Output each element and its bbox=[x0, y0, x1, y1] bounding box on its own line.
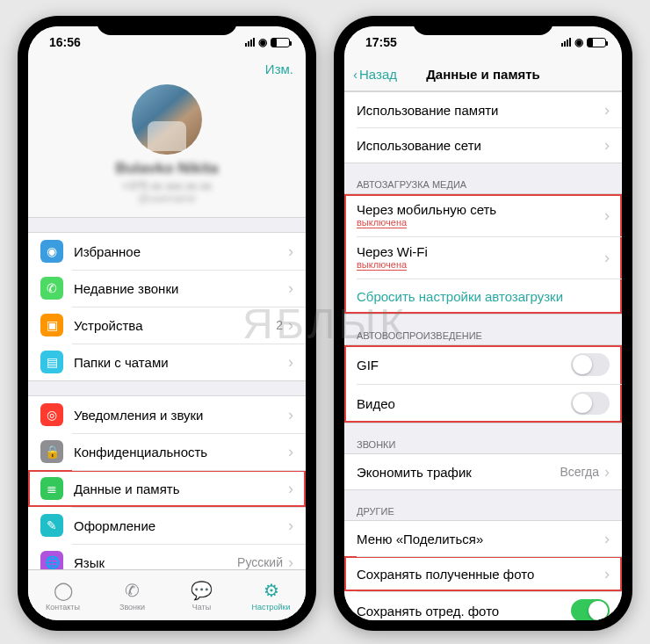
data-storage-icon: ≣ bbox=[40, 477, 63, 500]
recent-calls-icon: ✆ bbox=[40, 277, 63, 300]
row-label: Папки с чатами bbox=[74, 355, 288, 370]
profile-username: @username bbox=[28, 192, 306, 205]
row-devices[interactable]: ▣ Устройства 2 › bbox=[28, 307, 306, 344]
time: 17:55 bbox=[365, 35, 397, 49]
row-favorites[interactable]: ◉ Избранное › bbox=[28, 233, 306, 270]
notch bbox=[97, 16, 237, 35]
appearance-icon: ✎ bbox=[40, 514, 63, 537]
chat-folders-icon: ▤ bbox=[40, 351, 63, 373]
page-title: Данные и память bbox=[344, 67, 622, 82]
tab-label: Настройки bbox=[251, 603, 290, 611]
row-label: Оформление bbox=[74, 518, 288, 533]
notch bbox=[413, 16, 553, 35]
row-label: Язык bbox=[74, 555, 237, 570]
row-label: Экономить трафик bbox=[357, 465, 560, 480]
calls-icon: ✆ bbox=[125, 580, 140, 601]
privacy-icon: 🔒 bbox=[40, 440, 63, 463]
row-data-storage[interactable]: ≣ Данные и память › bbox=[28, 470, 306, 507]
battery-icon bbox=[587, 38, 606, 47]
profile-phone: +375 xx xxx xx xx bbox=[28, 179, 306, 192]
row-label: Данные и память bbox=[74, 481, 288, 496]
chevron-right-icon: › bbox=[288, 443, 293, 461]
favorites-icon: ◉ bbox=[40, 240, 63, 263]
nav-bar: ‹ Назад Данные и память bbox=[344, 58, 622, 91]
toggle-gif[interactable] bbox=[571, 353, 610, 376]
row-chat-folders[interactable]: ▤ Папки с чатами › bbox=[28, 344, 306, 380]
row-video[interactable]: Видео bbox=[344, 384, 622, 423]
chevron-right-icon: › bbox=[604, 136, 610, 155]
wifi-icon: ◉ bbox=[258, 36, 267, 48]
chevron-right-icon: › bbox=[288, 316, 293, 335]
tab-label: Чаты bbox=[192, 603, 211, 611]
settings-icon: ⚙ bbox=[264, 580, 279, 601]
row-gif[interactable]: GIF bbox=[344, 345, 622, 384]
row-cellular[interactable]: Через мобильную сетьвыключена› bbox=[344, 194, 622, 236]
chats-icon: 💬 bbox=[191, 580, 213, 601]
row-save-edited-photo[interactable]: Сохранять отред. фото bbox=[344, 591, 622, 620]
row-wifi[interactable]: Через Wi-Fiвыключена› bbox=[344, 236, 622, 279]
section-header: АВТОЗАГРУЗКА МЕДИА bbox=[344, 163, 622, 193]
chevron-right-icon: › bbox=[604, 101, 610, 119]
chevron-right-icon: › bbox=[288, 353, 293, 372]
tab-settings[interactable]: ⚙ Настройки bbox=[236, 570, 306, 620]
row-appearance[interactable]: ✎ Оформление › bbox=[28, 507, 306, 544]
notifications-icon: ◎ bbox=[40, 403, 63, 426]
contacts-icon: ◯ bbox=[54, 580, 73, 601]
row-value: 2 bbox=[276, 318, 283, 332]
section-header: АВТОВОСПРОИЗВЕДЕНИЕ bbox=[344, 315, 622, 344]
row-label: Уведомления и звуки bbox=[74, 408, 288, 423]
row-label: Использование сети bbox=[357, 138, 604, 153]
tab-label: Контакты bbox=[46, 603, 80, 611]
chevron-right-icon: › bbox=[604, 463, 610, 481]
toggle-video[interactable] bbox=[571, 392, 610, 415]
tab-chats[interactable]: 💬 Чаты bbox=[167, 570, 236, 620]
row-label: Избранное bbox=[74, 244, 288, 259]
row-label: Видео bbox=[357, 396, 571, 411]
chevron-right-icon: › bbox=[288, 480, 293, 498]
row-notifications[interactable]: ◎ Уведомления и звуки › bbox=[28, 396, 306, 433]
row-privacy[interactable]: 🔒 Конфиденциальность › bbox=[28, 433, 306, 470]
row-subvalue: выключена bbox=[357, 217, 407, 228]
signal-icon bbox=[245, 38, 255, 47]
row-recent-calls[interactable]: ✆ Недавние звонки › bbox=[28, 270, 306, 307]
tab-calls[interactable]: ✆ Звонки bbox=[98, 570, 167, 620]
row-network-usage[interactable]: Использование сети› bbox=[344, 127, 622, 163]
edit-button[interactable]: Изм. bbox=[265, 62, 293, 76]
tab-contacts[interactable]: ◯ Контакты bbox=[28, 570, 98, 620]
profile-name: Bulavko Nikita bbox=[28, 160, 306, 177]
row-value: Всегда bbox=[560, 465, 599, 479]
row-storage-usage[interactable]: Использование памяти› bbox=[344, 92, 622, 127]
chevron-right-icon: › bbox=[604, 565, 610, 583]
tab-label: Звонки bbox=[119, 603, 145, 611]
profile-header[interactable]: Bulavko Nikita +375 xx xxx xx xx @userna… bbox=[28, 84, 306, 218]
tab-bar: ◯ Контакты ✆ Звонки 💬 Чаты ⚙ Настройки bbox=[28, 569, 306, 620]
toggle-save-edited-photo[interactable] bbox=[571, 599, 610, 620]
row-label: Сбросить настройки автозагрузки bbox=[357, 289, 610, 304]
row-label: Конфиденциальность bbox=[74, 445, 288, 459]
row-value: Русский bbox=[237, 555, 283, 569]
row-share-menu[interactable]: Меню «Поделиться»› bbox=[344, 521, 622, 556]
section-header: ЗВОНКИ bbox=[344, 423, 622, 453]
row-label: Сохранять полученные фото bbox=[357, 567, 604, 582]
time: 16:56 bbox=[49, 35, 81, 49]
wifi-icon: ◉ bbox=[574, 36, 583, 48]
chevron-right-icon: › bbox=[288, 279, 293, 298]
avatar bbox=[132, 84, 202, 155]
section-header: ДРУГИЕ bbox=[344, 490, 622, 520]
phone-right: 17:55 ◉ ‹ Назад Данные и память Использо… bbox=[334, 16, 632, 631]
row-label: Недавние звонки bbox=[74, 281, 288, 296]
row-subvalue: выключена bbox=[357, 259, 407, 271]
signal-icon bbox=[561, 38, 571, 47]
row-label: Сохранять отред. фото bbox=[357, 604, 571, 619]
row-reset[interactable]: Сбросить настройки автозагрузки bbox=[344, 279, 622, 314]
chevron-right-icon: › bbox=[288, 406, 293, 424]
phone-left: 16:56 ◉ Изм. Bulavko Nikita +375 xx xxx … bbox=[18, 16, 316, 631]
chevron-right-icon: › bbox=[604, 206, 610, 225]
row-label: Использование памяти bbox=[357, 103, 604, 118]
row-save-received-photo[interactable]: Сохранять полученные фото› bbox=[344, 556, 622, 591]
row-label: GIF bbox=[357, 358, 571, 373]
battery-icon bbox=[271, 38, 290, 47]
row-label: Меню «Поделиться» bbox=[357, 532, 604, 546]
chevron-right-icon: › bbox=[288, 517, 293, 535]
row-save-traffic[interactable]: Экономить трафикВсегда› bbox=[344, 454, 622, 489]
